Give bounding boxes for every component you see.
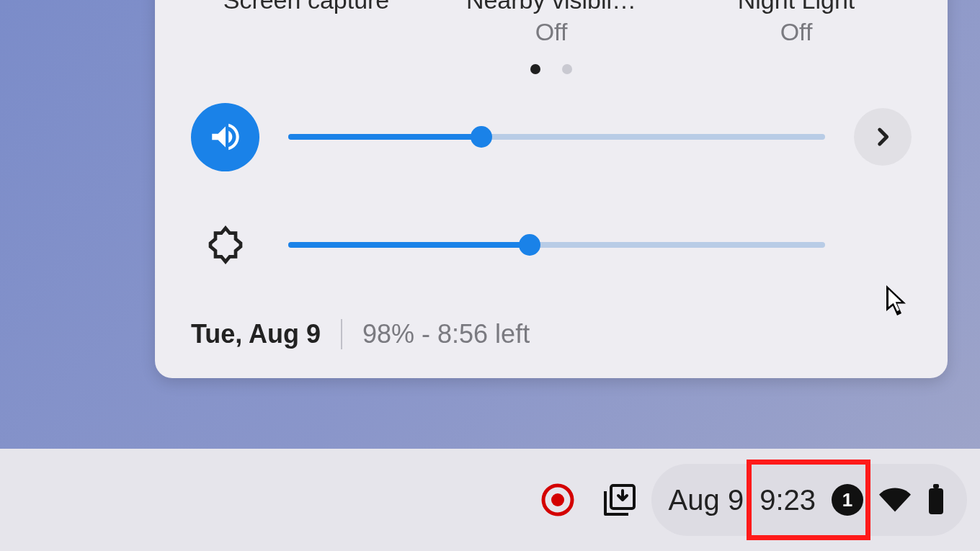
brightness-slider-thumb[interactable] — [519, 234, 540, 256]
toggle-label: Screen capture — [223, 0, 390, 15]
status-area[interactable]: Aug 9 9:23 1 — [651, 464, 967, 536]
brightness-slider-row — [184, 211, 919, 279]
panel-footer: Tue, Aug 9 98% - 8:56 left — [184, 319, 919, 357]
volume-slider-thumb[interactable] — [471, 126, 492, 148]
toggle-status: Off — [780, 18, 813, 46]
volume-icon-button[interactable] — [191, 103, 259, 171]
toggle-label: Night Light — [738, 0, 855, 15]
page-indicator[interactable] — [184, 64, 919, 74]
page-dot-active[interactable] — [530, 64, 540, 74]
footer-battery-text: 98% - 8:56 left — [362, 319, 530, 349]
brightness-icon — [191, 211, 259, 279]
download-tray-icon — [601, 481, 638, 519]
page-dot[interactable] — [562, 64, 572, 74]
quick-settings-panel: Screen capture Nearby visibil… Off Night… — [155, 0, 948, 378]
shelf: Aug 9 9:23 1 — [0, 449, 980, 551]
brightness-sun-icon — [205, 225, 246, 265]
toggle-night-light[interactable]: Night Light Off — [695, 0, 897, 46]
shelf-date: Aug 9 — [669, 484, 744, 516]
volume-icon — [208, 119, 244, 155]
wifi-icon — [879, 484, 911, 516]
record-stop-icon — [540, 483, 575, 517]
toggle-status: Off — [535, 18, 568, 46]
audio-settings-expand-button[interactable] — [854, 108, 912, 166]
svg-marker-0 — [210, 228, 241, 262]
chevron-right-icon — [870, 125, 895, 149]
toggle-nearby-visibility[interactable]: Nearby visibil… Off — [450, 0, 652, 46]
brightness-slider[interactable] — [288, 242, 825, 248]
svg-rect-5 — [933, 484, 939, 488]
volume-slider[interactable] — [288, 134, 825, 140]
notification-badge[interactable]: 1 — [832, 484, 863, 516]
shelf-time: 9:23 — [760, 484, 816, 516]
notification-count: 1 — [842, 489, 852, 511]
quick-toggles-row: Screen capture Nearby visibil… Off Night… — [184, 0, 919, 46]
svg-point-2 — [551, 493, 564, 506]
stop-capture-button[interactable] — [540, 483, 575, 517]
separator — [341, 319, 342, 349]
volume-slider-row — [184, 103, 919, 171]
svg-rect-4 — [929, 488, 943, 514]
battery-icon — [927, 484, 945, 516]
footer-date: Tue, Aug 9 — [191, 319, 321, 349]
holding-space-button[interactable] — [601, 481, 638, 519]
toggle-screen-capture[interactable]: Screen capture — [205, 0, 407, 46]
toggle-label: Nearby visibil… — [466, 0, 636, 15]
